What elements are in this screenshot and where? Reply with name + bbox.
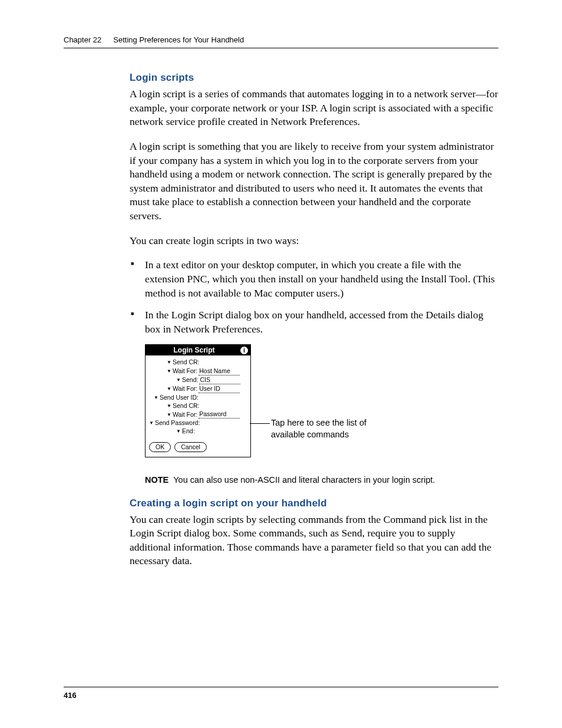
page-number: 416: [64, 687, 498, 700]
script-command: Send CR:: [173, 358, 200, 366]
script-command: End:: [182, 427, 195, 435]
dropdown-icon[interactable]: ▼: [176, 429, 181, 434]
dropdown-icon[interactable]: ▼: [167, 368, 171, 374]
script-value[interactable]: Host Name: [199, 367, 240, 375]
script-value[interactable]: User ID: [199, 385, 240, 393]
body-paragraph: You can create login scripts by selectin…: [130, 513, 498, 569]
cancel-button[interactable]: Cancel: [174, 442, 207, 452]
body-paragraph: A login script is something that you are…: [130, 140, 498, 223]
dropdown-icon[interactable]: ▼: [154, 395, 158, 401]
list-item: In the Login Script dialog box on your h…: [130, 308, 498, 336]
script-command: Wait For:: [173, 411, 197, 419]
dropdown-icon[interactable]: ▼: [149, 420, 154, 426]
list-item: In a text editor on your desktop compute…: [130, 258, 498, 300]
section-heading-login-scripts: Login scripts: [130, 72, 498, 84]
dropdown-icon[interactable]: ▼: [167, 386, 171, 392]
dropdown-icon[interactable]: ▼: [167, 403, 171, 409]
login-script-dialog-figure: Login Script i ▼Send CR: ▼Wait For:Host …: [145, 344, 251, 457]
script-command: Send User ID:: [160, 394, 199, 401]
script-command: Send CR:: [173, 402, 200, 410]
script-command: Send:: [182, 376, 198, 384]
body-paragraph: A login script is a series of commands t…: [130, 87, 498, 129]
dropdown-icon[interactable]: ▼: [176, 377, 181, 383]
script-command: Wait For:: [173, 385, 197, 393]
script-command: Send Password:: [155, 419, 200, 427]
dropdown-icon[interactable]: ▼: [167, 412, 171, 418]
body-paragraph: You can create login scripts in two ways…: [130, 234, 498, 248]
note-label: NOTE: [145, 475, 168, 485]
note-block: NOTEYou can also use non-ASCII and liter…: [145, 475, 498, 485]
script-value[interactable]: Password: [199, 410, 240, 419]
running-header: Chapter 22Setting Preferences for Your H…: [64, 35, 498, 48]
note-text: You can also use non-ASCII and literal c…: [173, 475, 435, 485]
script-command: Wait For:: [173, 367, 197, 375]
info-icon[interactable]: i: [240, 347, 248, 354]
dialog-title: Login Script: [148, 346, 240, 354]
callout-line: available commands: [271, 429, 366, 441]
ok-button[interactable]: OK: [149, 442, 171, 452]
dropdown-icon[interactable]: ▼: [167, 360, 171, 365]
chapter-label: Chapter 22: [64, 35, 101, 44]
callout-line: Tap here to see the list of: [271, 417, 366, 429]
chapter-title: Setting Preferences for Your Handheld: [113, 35, 244, 44]
section-heading-creating-script: Creating a login script on your handheld: [130, 498, 498, 509]
figure-callout: Tap here to see the list of available co…: [271, 417, 366, 440]
script-value[interactable]: CIS: [199, 376, 240, 384]
